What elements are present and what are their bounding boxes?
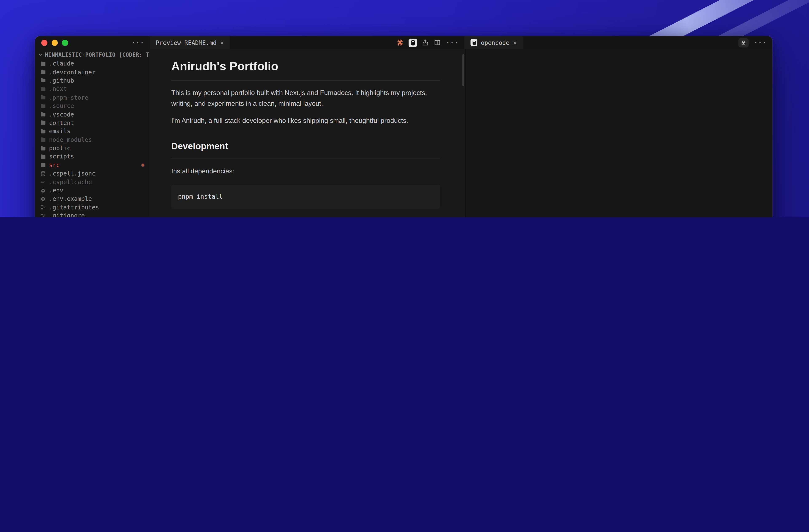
close-tab-icon[interactable]	[220, 39, 224, 46]
tree-item-src[interactable]: src	[35, 161, 150, 169]
workbench: MINMALISTIC-PORTFOLIO [CODER: TECHWITHAN…	[35, 49, 773, 217]
folder-icon	[40, 111, 46, 117]
lines-icon	[40, 179, 46, 185]
code-block-install: pnpm install	[171, 185, 440, 209]
gear-icon	[40, 196, 46, 202]
readme-paragraph: I'm Anirudh, a full-stack developer who …	[171, 116, 440, 126]
git-icon	[40, 205, 46, 210]
folder-icon	[40, 69, 46, 75]
folder-icon	[40, 137, 46, 142]
editor-group-left-tabs: Preview README.md	[150, 36, 464, 49]
tab-label: Preview README.md	[156, 39, 217, 46]
tree-item--gitattributes[interactable]: .gitattributes	[35, 203, 150, 211]
tree-item-emails[interactable]: emails	[35, 127, 150, 136]
tree-item-content[interactable]: content	[35, 119, 150, 127]
file-label: .cspellcache	[49, 178, 92, 186]
tree-item-scripts[interactable]: scripts	[35, 152, 150, 161]
file-label: node_modules	[49, 136, 92, 143]
file-label: src	[49, 161, 60, 169]
tree-item--env-example[interactable]: .env.example	[35, 195, 150, 203]
file-label: .pnpm-store	[49, 94, 88, 101]
file-label: .gitattributes	[49, 204, 99, 211]
editor-group-right-tabs: opencode	[464, 36, 772, 49]
lock-editor-icon[interactable]	[738, 38, 749, 47]
tree-item--gitignore[interactable]: .gitignore	[35, 211, 150, 217]
tree-item--devcontainer[interactable]: .devcontainer	[35, 68, 150, 76]
gear-icon	[40, 188, 46, 193]
split-editor-icon[interactable]	[434, 39, 441, 46]
tab-label: opencode	[481, 39, 510, 46]
file-label: .devcontainer	[49, 68, 96, 76]
tree-item--pnpm-store[interactable]: .pnpm-store	[35, 93, 150, 102]
file-label: .gitignore	[49, 212, 85, 217]
tree-item--claude[interactable]: .claude	[35, 59, 150, 68]
screen: Preview README.md	[0, 0, 809, 217]
tree-item--source[interactable]: .source	[35, 102, 150, 110]
titlebar: Preview README.md	[35, 36, 773, 49]
share-icon[interactable]	[422, 39, 429, 46]
tab-opencode[interactable]: opencode	[465, 36, 522, 49]
close-tab-icon[interactable]	[513, 39, 517, 46]
file-label: .env.example	[49, 195, 92, 203]
workspace-title: MINMALISTIC-PORTFOLIO [CODER: TECHWITHAN…	[45, 52, 150, 58]
folder-icon	[40, 61, 46, 66]
file-label: scripts	[49, 153, 74, 160]
chevron-down-icon	[38, 52, 43, 57]
folder-icon	[40, 95, 46, 100]
minimize-window-button[interactable]	[52, 39, 58, 46]
file-label: .github	[49, 77, 74, 84]
tree-item--cspellcache[interactable]: .cspellcache	[35, 178, 150, 186]
markdown-content: Anirudh's Portfolio This is my personal …	[150, 49, 465, 217]
more-actions-icon[interactable]	[446, 40, 459, 45]
file-label: emails	[49, 128, 71, 135]
explorer-more-actions-icon[interactable]	[132, 40, 144, 45]
file-label: .claude	[49, 60, 74, 67]
claude-code-icon[interactable]	[397, 39, 404, 46]
readme-paragraph: This is my personal portfolio built with…	[171, 88, 440, 109]
explorer-section-header[interactable]: MINMALISTIC-PORTFOLIO [CODER: TECHWITHAN…	[35, 49, 150, 59]
tree-item-node-modules[interactable]: node_modules	[35, 136, 150, 144]
scrollbar-thumb[interactable]	[462, 54, 464, 86]
opencode-tab-icon	[470, 39, 477, 46]
tree-item--next[interactable]: .next	[35, 85, 150, 93]
git-icon	[40, 213, 46, 217]
tree-item--cspell-jsonc[interactable]: .cspell.jsonc	[35, 169, 150, 177]
file-label: .vscode	[49, 110, 74, 118]
tab-preview-readme[interactable]: Preview README.md	[150, 36, 230, 49]
tree-item--vscode[interactable]: .vscode	[35, 110, 150, 118]
opencode-panel: Ask anything... "Fix a TODO in the codeb…	[466, 49, 772, 217]
tree-item--github[interactable]: .github	[35, 76, 150, 85]
folder-icon	[40, 103, 46, 109]
modified-dot	[141, 164, 144, 167]
file-label: .source	[49, 102, 74, 109]
readme-title: Anirudh's Portfolio	[171, 57, 440, 81]
tree-item-public[interactable]: public	[35, 144, 150, 152]
file-label: .next	[49, 85, 67, 92]
file-label: public	[49, 144, 71, 152]
editor-actions-left-group	[397, 36, 464, 49]
folder-icon	[40, 128, 46, 134]
explorer-sidebar: MINMALISTIC-PORTFOLIO [CODER: TECHWITHAN…	[35, 49, 150, 217]
zoom-window-button[interactable]	[62, 39, 68, 46]
vscode-window: Preview README.md	[35, 36, 773, 217]
file-tree: .claude.devcontainer.github.next.pnpm-st…	[35, 59, 150, 217]
install-label: Install dependencies:	[171, 166, 440, 176]
markdown-preview-pane: Anirudh's Portfolio This is my personal …	[150, 49, 466, 217]
titlebar-sidebar-area	[35, 36, 150, 49]
tree-item--env[interactable]: .env	[35, 186, 150, 195]
file-label: .env	[49, 187, 64, 194]
close-window-button[interactable]	[41, 39, 47, 46]
opencode-icon[interactable]	[409, 38, 417, 47]
more-actions-icon[interactable]	[754, 40, 767, 45]
section-heading-development: Development	[171, 139, 440, 158]
folder-icon	[40, 86, 46, 92]
file-label: .cspell.jsonc	[49, 170, 96, 177]
folder-icon	[40, 162, 46, 168]
folder-icon	[40, 145, 46, 151]
folder-icon	[40, 78, 46, 83]
editor-actions-right-group	[738, 36, 772, 49]
file-label: content	[49, 119, 74, 126]
folder-icon	[40, 120, 46, 125]
db-icon	[40, 171, 46, 176]
folder-icon	[40, 154, 46, 159]
